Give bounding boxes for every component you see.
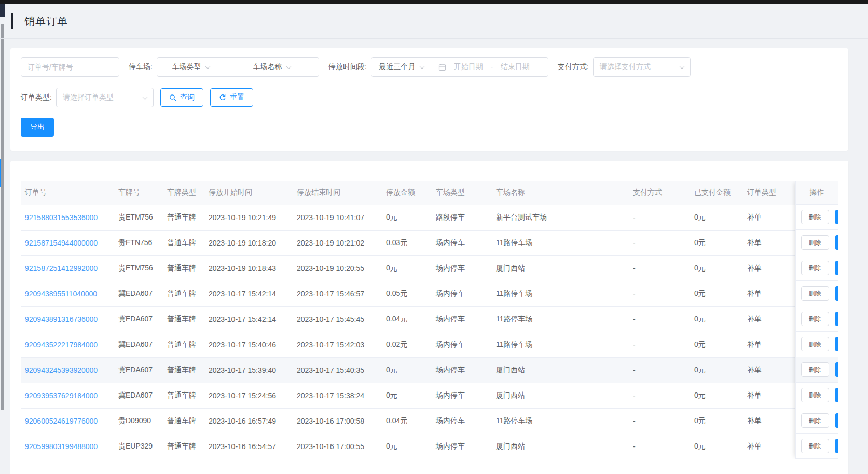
lot-type-placeholder: 车场类型	[172, 62, 201, 72]
partial-action-button[interactable]	[835, 235, 838, 250]
partial-action-button[interactable]	[835, 388, 838, 402]
partial-action-button[interactable]	[835, 261, 838, 275]
filter-row-1: 停车场: 车场类型 车场名称 停放时间段: 最近三个月	[21, 57, 848, 77]
cell-end-time: 2023-10-19 10:20:55	[293, 255, 382, 281]
partial-action-button[interactable]	[835, 362, 838, 377]
cell-plate: 贵ETN756	[114, 230, 163, 255]
cell-pay-method: -	[629, 408, 690, 434]
partial-action-button[interactable]	[835, 413, 838, 428]
cell-end-time: 2023-10-19 10:21:02	[293, 230, 382, 255]
cell-end-time: 2023-10-19 10:41:07	[293, 205, 382, 230]
cell-paid-amount: 0元	[690, 408, 743, 434]
delete-button[interactable]: 删除	[801, 362, 829, 377]
cell-pay-method: -	[629, 281, 690, 306]
column-header: 支付方式	[629, 181, 690, 205]
cell-plate: 冀EDA607	[114, 357, 163, 383]
action-cell: 删除	[796, 408, 838, 434]
cell-order-no: 920939537629184000	[21, 383, 114, 408]
cell-order-no: 921587251412992000	[21, 255, 114, 281]
filter-row-2: 订单类型: 请选择订单类型 查询	[21, 88, 848, 107]
cell-lot-type: 场内停车	[432, 230, 492, 255]
time-preset-value: 最近三个月	[379, 62, 415, 72]
order-number-link[interactable]: 920599803199488000	[25, 442, 98, 451]
table-row: 921588031553536000贵ETM756普通车牌2023-10-19 …	[21, 205, 838, 230]
calendar-icon	[438, 63, 446, 71]
order-number-link[interactable]: 920943522217984000	[25, 341, 98, 349]
order-number-link[interactable]: 920600524619776000	[25, 417, 98, 425]
reset-button[interactable]: 重置	[210, 88, 253, 107]
search-button[interactable]: 查询	[160, 88, 203, 107]
column-header: 订单号	[21, 181, 114, 205]
order-number-link[interactable]: 920943891316736000	[25, 315, 98, 323]
cell-pay-method: -	[629, 434, 690, 459]
delete-button[interactable]: 删除	[801, 210, 829, 224]
top-edge-bar	[0, 0, 868, 4]
group-divider	[432, 61, 432, 73]
partial-action-button[interactable]	[835, 286, 838, 301]
cell-amount: 0.04元	[382, 306, 432, 332]
cell-lot-type: 场内停车	[432, 332, 492, 357]
delete-button[interactable]: 删除	[801, 235, 829, 250]
lot-name-placeholder: 车场名称	[253, 62, 282, 72]
time-preset-select[interactable]: 最近三个月	[371, 58, 432, 76]
column-header: 停放金额	[382, 181, 432, 205]
order-number-link[interactable]: 921588031553536000	[25, 213, 98, 222]
table-row: 920943891316736000冀EDA607普通车牌2023-10-17 …	[21, 306, 838, 332]
cell-paid-amount: 0元	[690, 332, 743, 357]
action-cell: 删除	[796, 255, 838, 281]
order-type-select[interactable]: 请选择订单类型	[56, 88, 154, 107]
table-row: 920943895511040000冀EDA607普通车牌2023-10-17 …	[21, 281, 838, 306]
cell-order-no: 921587154944000000	[21, 230, 114, 255]
order-number-link[interactable]: 920943895511040000	[25, 290, 97, 298]
partial-action-button[interactable]	[835, 439, 838, 453]
cell-lot-type: 场内停车	[432, 281, 492, 306]
cell-lot-type: 场内停车	[432, 357, 492, 383]
cell-order-no: 920600524619776000	[21, 408, 114, 434]
cell-amount: 0元	[382, 383, 432, 408]
cell-start-time: 2023-10-19 10:18:43	[204, 255, 293, 281]
search-button-label: 查询	[180, 93, 195, 102]
left-scrollbar-thumb[interactable]	[1, 24, 4, 410]
cell-end-time: 2023-10-17 15:45:45	[293, 306, 382, 332]
order-number-link[interactable]: 920943245393920000	[25, 366, 98, 374]
chevron-down-icon	[205, 64, 211, 69]
cell-plate: 冀EDA607	[114, 332, 163, 357]
keyword-input[interactable]	[21, 57, 119, 77]
orders-table: 订单号车牌号车牌类型停放开始时间停放结束时间停放金额车场类型车场名称支付方式已支…	[21, 181, 838, 459]
cell-amount: 0.04元	[382, 408, 432, 434]
partial-action-button[interactable]	[835, 312, 838, 326]
cell-pay-method: -	[629, 306, 690, 332]
page-title: 销单订单	[24, 15, 68, 29]
delete-button[interactable]: 删除	[801, 312, 829, 326]
delete-button[interactable]: 删除	[801, 286, 829, 301]
delete-button[interactable]: 删除	[801, 439, 829, 453]
column-header: 车牌号	[114, 181, 163, 205]
partial-action-button[interactable]	[835, 337, 838, 351]
lot-type-select[interactable]: 车场类型	[157, 58, 225, 76]
start-date-input[interactable]: 开始日期	[449, 62, 488, 72]
delete-button[interactable]: 删除	[801, 413, 829, 428]
lot-name-select[interactable]: 车场名称	[225, 58, 319, 76]
pay-method-select[interactable]: 请选择支付方式	[593, 57, 691, 77]
cell-start-time: 2023-10-17 15:42:14	[204, 281, 293, 306]
delete-button[interactable]: 删除	[801, 261, 829, 275]
order-number-link[interactable]: 920939537629184000	[25, 391, 98, 400]
action-cell: 删除	[796, 357, 838, 383]
cell-plate-type: 普通车牌	[163, 408, 204, 434]
order-number-link[interactable]: 921587154944000000	[25, 239, 98, 247]
chevron-down-icon	[142, 94, 147, 100]
cell-order-no: 920943895511040000	[21, 281, 114, 306]
column-header: 已支付金额	[690, 181, 743, 205]
cell-plate-type: 普通车牌	[163, 434, 204, 459]
delete-button[interactable]: 删除	[801, 337, 829, 351]
cell-lot-type: 场内停车	[432, 306, 492, 332]
partial-action-button[interactable]	[835, 210, 838, 224]
cell-plate: 贵ETM756	[114, 205, 163, 230]
cell-paid-amount: 0元	[690, 205, 743, 230]
column-header: 车场名称	[492, 181, 629, 205]
delete-button[interactable]: 删除	[801, 388, 829, 402]
cell-plate-type: 普通车牌	[163, 306, 204, 332]
export-button[interactable]: 导出	[21, 118, 54, 137]
end-date-input[interactable]: 结束日期	[496, 62, 534, 72]
order-number-link[interactable]: 921587251412992000	[25, 264, 98, 273]
